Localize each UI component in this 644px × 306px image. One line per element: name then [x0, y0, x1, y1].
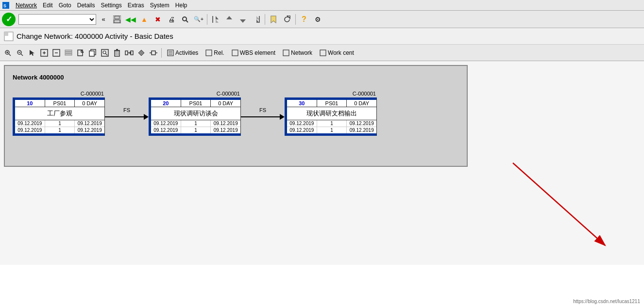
node2-activity: 现状调研访谈会 [151, 107, 240, 120]
connect-btn[interactable] [123, 47, 135, 59]
back-double-btn[interactable]: « [97, 13, 110, 26]
svg-rect-62 [232, 50, 238, 56]
title-bar: Change Network: 4000000 Activity - Basic… [0, 28, 644, 45]
expand-btn[interactable] [38, 47, 50, 59]
node2-box[interactable]: 20 PS01 0 DAY 现状调研访谈会 09.12.2019 1 09.12… [149, 97, 241, 136]
copy-btn[interactable] [87, 47, 99, 59]
zoom-in-btn[interactable] [2, 47, 14, 59]
save-btn[interactable] [111, 13, 123, 26]
node2-d1a: 09.12.2019 [151, 120, 181, 127]
connector2-arrow [280, 114, 285, 120]
prev-btn[interactable] [223, 13, 236, 26]
connector1-body [105, 116, 144, 117]
list-btn[interactable] [63, 47, 74, 59]
svg-rect-56 [152, 51, 155, 55]
menu-settings[interactable]: Settings [98, 1, 124, 9]
work-center-btn[interactable]: Work cent [316, 47, 357, 59]
node3-num: 30 [287, 100, 317, 107]
find-btn[interactable] [179, 13, 191, 26]
connector1-arrow [144, 114, 149, 120]
node1-box[interactable]: 10 PS01 0 DAY 工厂参观 09.12.2019 1 09.12.20… [13, 97, 105, 136]
rel-btn[interactable]: Rel. [202, 47, 227, 59]
node2-d2c: 09.12.2019 [211, 127, 240, 133]
red-arrow-annotation [508, 158, 615, 257]
menu-system[interactable]: System [147, 1, 172, 9]
settings-btn[interactable]: ⚙ [311, 13, 324, 26]
collapse-btn[interactable] [51, 47, 62, 59]
next-btn[interactable] [237, 13, 249, 26]
toolbar: ✓ « ◀◀ ▲ ✖ 🖨 🔍+ [0, 11, 644, 28]
select-btn[interactable] [26, 47, 38, 59]
toolbar-dropdown[interactable] [18, 14, 96, 25]
node-2[interactable]: C-000001 20 PS01 0 DAY 现状调研访谈会 09.12.201… [149, 91, 241, 136]
menu-network[interactable]: Network [13, 1, 40, 9]
svg-rect-49 [125, 51, 128, 55]
bookmark-btn[interactable] [267, 13, 280, 26]
milestone-btn[interactable] [136, 47, 147, 59]
title-icon [4, 32, 14, 41]
menu-goto[interactable]: Goto [56, 1, 74, 9]
svg-marker-53 [138, 50, 144, 56]
cancel-btn[interactable]: ✖ [152, 13, 164, 26]
footer-url: https://blog.csdn.net/lucas1211 [573, 299, 640, 304]
node1-header: 10 PS01 0 DAY [15, 100, 104, 107]
align-btn[interactable] [148, 47, 159, 59]
new-btn[interactable] [75, 47, 86, 59]
svg-rect-40 [89, 51, 94, 56]
svg-line-6 [186, 20, 188, 22]
connector1-line [105, 114, 149, 120]
node2-date-row1: 09.12.2019 1 09.12.2019 [151, 120, 240, 127]
menu-help[interactable]: Help [172, 1, 190, 9]
node2-num: 20 [151, 100, 181, 107]
find-more-btn[interactable]: 🔍+ [192, 13, 205, 26]
svg-rect-44 [115, 51, 119, 56]
svg-marker-16 [271, 16, 276, 23]
last-btn[interactable] [250, 13, 263, 26]
node1-num: 10 [15, 100, 45, 107]
refresh-btn[interactable] [281, 13, 293, 26]
node3-activity: 现状调研文档输出 [287, 107, 376, 120]
menu-details[interactable]: Details [74, 1, 98, 9]
node2-d1c: 09.12.2019 [211, 120, 240, 127]
svg-line-43 [105, 53, 107, 55]
zoom-out-btn[interactable] [14, 47, 26, 59]
wbs-element-btn[interactable]: WBS element [228, 47, 279, 59]
first-btn[interactable] [209, 13, 222, 26]
main-area: Network 4000000 C-000001 10 PS01 0 DAY 工… [0, 61, 644, 265]
print-btn[interactable]: 🖨 [165, 13, 178, 26]
svg-rect-64 [320, 50, 326, 56]
menu-bar: S Network Edit Goto Details Settings Ext… [0, 0, 644, 11]
network-btn[interactable]: Network [279, 47, 316, 59]
node2-type: PS01 [181, 100, 211, 107]
menu-extras[interactable]: Extras [125, 1, 147, 9]
node1-type: PS01 [45, 100, 75, 107]
page-title: Change Network: 4000000 Activity - Basic… [17, 32, 173, 40]
node2-footer: 09.12.2019 1 09.12.2019 09.12.2019 1 09.… [151, 120, 240, 133]
node1-d2a: 09.12.2019 [15, 127, 45, 133]
node3-d1a: 09.12.2019 [287, 120, 317, 127]
up-btn[interactable]: ▲ [138, 13, 151, 26]
svg-marker-10 [226, 16, 232, 19]
node3-footer: 09.12.2019 1 09.12.2019 09.12.2019 1 09.… [287, 120, 376, 133]
node-3[interactable]: C-000001 30 PS01 0 DAY 现状调研文档输出 09.12.20… [285, 91, 377, 136]
search2-btn[interactable] [99, 47, 111, 59]
tb2-sep1 [161, 48, 162, 58]
connector2-line [241, 114, 285, 120]
toolbar2: Activities Rel. WBS element Network Work… [0, 45, 644, 61]
delete-btn[interactable] [111, 47, 123, 59]
confirm-button[interactable]: ✓ [2, 13, 16, 26]
menu-edit[interactable]: Edit [40, 1, 56, 9]
help-btn[interactable]: ? [298, 13, 310, 26]
activities-btn[interactable]: Activities [164, 47, 202, 59]
svg-rect-18 [4, 32, 8, 36]
node1-d1a: 09.12.2019 [15, 120, 45, 127]
node-1[interactable]: C-000001 10 PS01 0 DAY 工厂参观 09.12.2019 1… [13, 91, 105, 136]
node3-box[interactable]: 30 PS01 0 DAY 现状调研文档输出 09.12.2019 1 09.1… [285, 97, 377, 136]
node3-header: 30 PS01 0 DAY [287, 100, 376, 107]
network-title: Network 4000000 [13, 74, 459, 81]
connector2: FS [241, 107, 285, 120]
node3-d2c: 09.12.2019 [347, 127, 376, 133]
work-center-label: Work cent [328, 49, 354, 56]
back-btn[interactable]: ◀◀ [124, 13, 137, 26]
svg-marker-26 [30, 50, 34, 56]
